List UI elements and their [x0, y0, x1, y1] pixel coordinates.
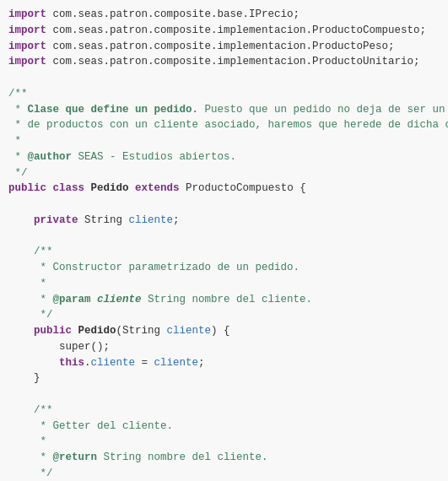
code-line-29: * @return String nombre del cliente. [8, 450, 440, 466]
code-line-6: /** [8, 86, 440, 102]
code-line-26: /** [8, 403, 440, 419]
code-line-8: * de productos con un cliente asociado, … [8, 117, 440, 133]
code-line-13 [8, 197, 440, 213]
code-line-11: */ [8, 165, 440, 181]
code-line-16: /** [8, 244, 440, 260]
code-line-27: * Getter del cliente. [8, 419, 440, 435]
code-line-25 [8, 386, 440, 403]
code-line-23: this.cliente = cliente; [8, 355, 440, 371]
code-line-3: import com.seas.patron.composite.impleme… [8, 39, 440, 55]
code-line-28: * [8, 434, 440, 450]
code-line-7: * Clase que define un pedido. Puesto que… [8, 102, 440, 118]
code-line-10: * @author SEAS - Estudios abiertos. [8, 149, 440, 165]
code-line-22: super(); [8, 339, 440, 355]
code-line-17: * Constructor parametrizado de un pedido… [8, 260, 440, 276]
code-editor: import com.seas.patron.composite.base.IP… [0, 0, 448, 481]
code-line-4: import com.seas.patron.composite.impleme… [8, 54, 440, 70]
code-line-21: public Pedido(String cliente) { [8, 323, 440, 339]
code-line-24: } [8, 370, 440, 386]
code-line-5 [8, 70, 440, 86]
code-line-12: public class Pedido extends ProductoComp… [8, 181, 440, 197]
code-line-14: private String cliente; [8, 213, 440, 229]
code-line-18: * [8, 276, 440, 292]
code-line-20: */ [8, 307, 440, 323]
code-line-2: import com.seas.patron.composite.impleme… [8, 23, 440, 39]
code-line-9: * [8, 133, 440, 149]
code-line-19: * @param cliente String nombre del clien… [8, 292, 440, 308]
code-line-15 [8, 229, 440, 245]
code-line-1: import com.seas.patron.composite.base.IP… [8, 7, 440, 23]
code-line-30: */ [8, 466, 440, 481]
